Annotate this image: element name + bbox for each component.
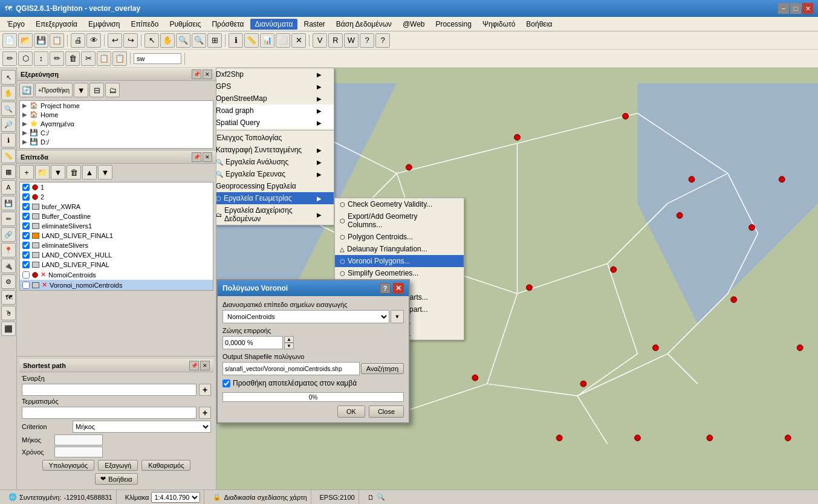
layer-visibility-buffer[interactable] <box>22 213 30 220</box>
layers-filter-btn[interactable]: ▼ <box>51 165 65 179</box>
close-button[interactable]: ✕ <box>802 3 813 14</box>
menu-coords[interactable]: Καταγραφή Συντεταγμένης ▶ <box>216 144 334 156</box>
browse-btn[interactable]: Αναζήτηση <box>361 363 404 374</box>
attr-table-btn[interactable]: 📊 <box>260 33 274 48</box>
voronoi-help-btn[interactable]: ? <box>380 283 391 294</box>
new-project-btn[interactable]: 📄 <box>2 33 17 48</box>
buffer-spin-up[interactable]: ▲ <box>284 336 294 343</box>
layers-close-btn[interactable]: ✕ <box>203 152 212 162</box>
snap-tool[interactable]: 🔗 <box>1 227 16 242</box>
explorer-close-btn[interactable]: ✕ <box>203 69 212 79</box>
input-layer-combo[interactable]: NomoiCentroids <box>222 310 389 323</box>
explorer-collapse-btn[interactable]: ⊟ <box>89 83 104 97</box>
open-project-btn[interactable]: 📂 <box>18 33 33 48</box>
identify-btn[interactable]: ℹ <box>229 33 243 48</box>
geom-check-validity[interactable]: ⬡ Check Geometry Validity... <box>335 198 464 210</box>
menu-psifidoto[interactable]: Ψηφιδωτό <box>478 19 520 30</box>
layer-visibility-elim1[interactable] <box>22 222 30 230</box>
sp-end-input[interactable] <box>22 407 196 419</box>
labels-tool[interactable]: A <box>1 180 16 195</box>
layer-select[interactable]: sw <box>134 53 181 64</box>
zoom-in-tool[interactable]: 🔍 <box>1 102 16 116</box>
save-tool[interactable]: 💾 <box>1 196 16 210</box>
geom-poly-centroids[interactable]: ⬡ Polygon Centroids... <box>335 231 464 243</box>
menu-raster[interactable]: Raster <box>299 19 329 30</box>
sp-clear-btn[interactable]: Καθαρισμός <box>141 460 190 471</box>
add-vector-btn[interactable]: V <box>313 33 327 48</box>
buffer-spin-down[interactable]: ▼ <box>284 343 294 349</box>
redo-btn[interactable]: ↪ <box>123 33 138 48</box>
menu-roadgraph[interactable]: Road graph ▶ <box>216 105 334 117</box>
tree-item-c[interactable]: ▶ 💾 C:/ <box>20 128 213 137</box>
zoom-in-btn[interactable]: 🔍 <box>176 33 190 48</box>
menu-processing[interactable]: Processing <box>431 19 476 30</box>
layer-item[interactable]: bufer_XWRA <box>20 202 213 212</box>
mouse-tool[interactable]: 🖱 <box>1 306 16 320</box>
explorer-filter-btn[interactable]: ▼ <box>74 83 88 97</box>
zoom-out-btn[interactable]: 🔍 <box>192 33 206 48</box>
deselect-btn[interactable]: ✕ <box>291 33 306 48</box>
print-preview-btn[interactable]: 👁 <box>86 33 101 48</box>
layer-visibility-elim[interactable] <box>22 242 30 249</box>
explorer-pin-btn[interactable]: 📌 <box>192 69 201 79</box>
sp-end-add-btn[interactable]: + <box>199 407 211 419</box>
nav-tool[interactable]: ⬛ <box>1 321 16 336</box>
geom-simplify[interactable]: ⬡ Simplify Geometries... <box>335 267 464 279</box>
select-rect-btn[interactable]: ⬜ <box>276 33 290 48</box>
menu-osm[interactable]: OpenStreetMap ▶ <box>216 92 334 105</box>
layer-visibility-convex[interactable] <box>22 251 30 259</box>
layers-pin-btn[interactable]: 📌 <box>192 152 201 162</box>
dialog-close-btn[interactable]: Close <box>369 405 404 418</box>
explorer-add-btn[interactable]: + Προσθήκη <box>35 83 73 97</box>
print-btn[interactable]: 🖨 <box>71 33 85 48</box>
menu-prostheta[interactable]: Πρόσθετα <box>207 19 248 30</box>
layers-remove-btn[interactable]: 🗑 <box>67 165 81 179</box>
sp-start-input[interactable] <box>22 384 196 396</box>
measure-btn[interactable]: 📏 <box>244 33 259 48</box>
sp-export-btn[interactable]: Εξαγωγή <box>98 460 138 471</box>
measure-tool[interactable]: 📏 <box>1 149 16 163</box>
digitize-btn[interactable]: ✏ <box>50 51 64 66</box>
menu-dxf2shp[interactable]: Dxf2Shp ▶ <box>216 68 334 80</box>
layer-item[interactable]: LAND_CONVEX_HULL <box>20 250 213 260</box>
copy-feature-btn[interactable]: 📋 <box>97 51 111 66</box>
layer-item[interactable]: LAND_SLIVER_FINAL <box>20 260 213 270</box>
coord-tool[interactable]: 📍 <box>1 243 16 257</box>
sp-close-btn[interactable]: ✕ <box>200 361 210 370</box>
menu-geometry[interactable]: ⬡ Εργαλεία Γεωμετρίας ▶ <box>216 192 334 204</box>
layer-item[interactable]: LAND_SLIVER_FINAL1 <box>20 231 213 241</box>
menu-research[interactable]: 🔍 Εργαλεία Έρευνας ▶ <box>216 168 334 180</box>
geom-delaunay[interactable]: △ Delaunay Triangulation... <box>335 243 464 255</box>
menu-ergo[interactable]: Έργο <box>2 19 30 30</box>
layer-item-voronoi[interactable]: ✕ Voronoi_nomoiCentroids <box>20 280 213 290</box>
menu-spatialquery[interactable]: Spatial Query ▶ <box>216 117 334 129</box>
menu-datamanagement[interactable]: 🗂 Εργαλεία Διαχείρισης Δεδομένων ▶ <box>216 204 334 225</box>
menu-gps[interactable]: GPS ▶ <box>216 80 334 92</box>
layers-down-btn[interactable]: ▼ <box>98 165 112 179</box>
input-layer-dropdown-btn[interactable]: ▼ <box>391 310 404 323</box>
sp-help-btn[interactable]: ❤ Βοήθεια <box>95 473 137 485</box>
layers-add-btn[interactable]: + <box>19 165 34 179</box>
menu-epexergasia[interactable]: Επεξεργασία <box>31 19 82 30</box>
add-result-checkbox[interactable] <box>222 380 230 387</box>
cut-feature-btn[interactable]: ✂ <box>81 51 96 66</box>
layer-item[interactable]: Buffer_Coastline <box>20 212 213 221</box>
buffer-spinbox[interactable] <box>222 336 283 349</box>
plugin-tool[interactable]: 🔌 <box>1 259 16 273</box>
move-feature-btn[interactable]: ↕ <box>34 51 48 66</box>
add-raster-btn[interactable]: R <box>328 33 343 48</box>
scale-select[interactable]: 1:4.410.790 <box>151 492 200 503</box>
menu-web[interactable]: @Web <box>398 19 430 30</box>
tree-item-home[interactable]: ▶ 🏠 Home <box>20 110 213 119</box>
paste-feature-btn[interactable]: 📋 <box>112 51 127 66</box>
voronoi-close-btn[interactable]: ✕ <box>393 283 404 294</box>
layer-visibility-nomoi-centroids[interactable] <box>22 271 30 279</box>
save-project-btn[interactable]: 💾 <box>34 33 48 48</box>
sp-calc-btn[interactable]: Υπολογισμός <box>42 460 95 471</box>
select-tool[interactable]: ▦ <box>1 164 16 179</box>
select-btn[interactable]: ↖ <box>144 33 159 48</box>
help2-btn[interactable]: ? <box>375 33 390 48</box>
layer-visibility-land1[interactable] <box>22 232 30 239</box>
menu-dianismata[interactable]: Διανύσματα <box>250 19 298 30</box>
menu-analysis[interactable]: 🔍 Εργαλεία Ανάλυσης ▶ <box>216 156 334 168</box>
